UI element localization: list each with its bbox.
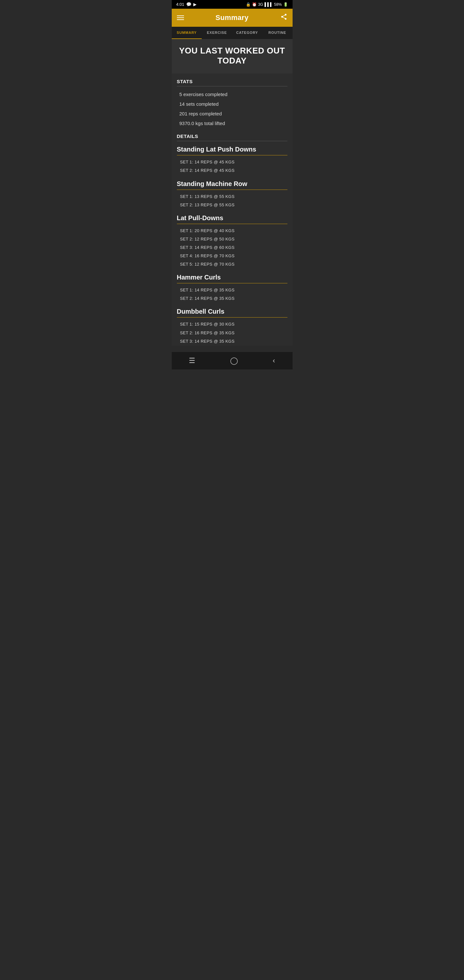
stat-exercises: 5 exercises completed	[177, 90, 288, 99]
exercise-block-1: Standing Machine Row SET 1: 13 REPS @ 55…	[177, 180, 288, 209]
main-content: YOU LAST WORKED OUT TODAY STATS 5 exerci…	[172, 39, 292, 345]
youtube-icon: ▶	[193, 2, 197, 7]
set-row: SET 1: 15 REPS @ 30 KGS	[177, 320, 288, 328]
set-row: SET 5: 12 REPS @ 70 KGS	[177, 260, 288, 269]
bottom-nav: ☰ ◯ ‹	[172, 352, 292, 369]
status-right: 🔒 ⏰ 3G ▌▌▌ 58% 🔋	[246, 2, 288, 7]
status-left: 4:01 💬 ▶	[176, 2, 197, 7]
set-row: SET 2: 16 REPS @ 35 KGS	[177, 329, 288, 337]
exercise-name-4: Dumbbell Curls	[177, 308, 288, 318]
menu-icon-line2	[177, 18, 184, 18]
exercise-name-3: Hammer Curls	[177, 274, 288, 283]
time: 4:01	[176, 2, 184, 7]
exercise-block-2: Lat Pull-Downs SET 1: 20 REPS @ 40 KGS S…	[177, 215, 288, 269]
hero-text: YOU LAST WORKED OUT TODAY	[177, 46, 288, 66]
back-button[interactable]: ‹	[273, 356, 275, 365]
tab-bar: SUMMARY EXERCISE CATEGORY ROUTINE	[172, 27, 292, 39]
message-icon: 💬	[186, 2, 191, 7]
tab-summary[interactable]: SUMMARY	[172, 27, 202, 39]
app-bar: Summary	[172, 9, 292, 27]
exercise-block-3: Hammer Curls SET 1: 14 REPS @ 35 KGS SET…	[177, 274, 288, 303]
exercise-block-4: Dumbbell Curls SET 1: 15 REPS @ 30 KGS S…	[177, 308, 288, 345]
tab-category[interactable]: CATEGORY	[232, 27, 262, 39]
stats-section: STATS 5 exercises completed 14 sets comp…	[172, 73, 292, 128]
set-row: SET 2: 14 REPS @ 35 KGS	[177, 294, 288, 303]
set-row: SET 2: 12 REPS @ 50 KGS	[177, 235, 288, 243]
signal-icon: ▌▌▌	[265, 2, 273, 7]
exercise-block-0: Standing Lat Push Downs SET 1: 14 REPS @…	[177, 146, 288, 175]
set-row: SET 2: 14 REPS @ 45 KGS	[177, 166, 288, 175]
exercise-name-0: Standing Lat Push Downs	[177, 146, 288, 155]
details-section: DETAILS Standing Lat Push Downs SET 1: 1…	[172, 128, 292, 345]
set-row: SET 3: 14 REPS @ 60 KGS	[177, 243, 288, 252]
menu-icon-line1	[177, 16, 184, 16]
network-icon: 3G	[258, 2, 263, 7]
lock-icon: 🔒	[246, 2, 251, 7]
stat-weight: 9370.0 kgs total lifted	[177, 119, 288, 128]
battery-icon: 🔋	[283, 2, 288, 7]
details-title: DETAILS	[177, 134, 288, 141]
recent-apps-button[interactable]: ☰	[189, 356, 195, 365]
exercise-name-2: Lat Pull-Downs	[177, 215, 288, 224]
set-row: SET 2: 13 REPS @ 55 KGS	[177, 201, 288, 209]
stat-sets: 14 sets completed	[177, 99, 288, 109]
tab-exercise[interactable]: EXERCISE	[202, 27, 232, 39]
share-button[interactable]	[280, 13, 288, 22]
alarm-icon: ⏰	[252, 2, 257, 7]
stat-reps: 201 reps completed	[177, 109, 288, 119]
set-row: SET 1: 14 REPS @ 35 KGS	[177, 286, 288, 294]
status-bar: 4:01 💬 ▶ 🔒 ⏰ 3G ▌▌▌ 58% 🔋	[172, 0, 292, 9]
menu-button[interactable]	[177, 16, 184, 20]
hero-section: YOU LAST WORKED OUT TODAY	[172, 39, 292, 73]
exercise-name-1: Standing Machine Row	[177, 180, 288, 190]
set-row: SET 1: 14 REPS @ 45 KGS	[177, 158, 288, 166]
battery: 58%	[274, 2, 281, 7]
menu-icon-line3	[177, 19, 184, 20]
app-title: Summary	[216, 14, 248, 22]
set-row: SET 4: 16 REPS @ 70 KGS	[177, 252, 288, 260]
home-button[interactable]: ◯	[230, 356, 238, 365]
set-row: SET 1: 20 REPS @ 40 KGS	[177, 227, 288, 235]
tab-routine[interactable]: ROUTINE	[262, 27, 292, 39]
stats-title: STATS	[177, 79, 288, 86]
set-row: SET 3: 14 REPS @ 35 KGS	[177, 337, 288, 345]
set-row: SET 1: 13 REPS @ 55 KGS	[177, 192, 288, 201]
